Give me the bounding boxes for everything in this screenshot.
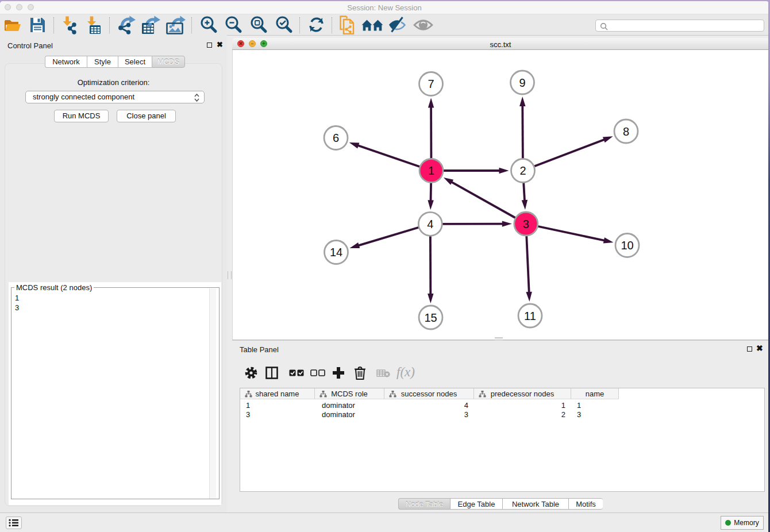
svg-text:14: 14 [330,246,342,259]
svg-text:3: 3 [523,218,529,230]
svg-text:11: 11 [524,310,536,322]
svg-text:1: 1 [428,164,434,177]
svg-text:15: 15 [424,311,437,324]
svg-text:7: 7 [428,78,434,90]
svg-text:10: 10 [621,239,633,252]
svg-text:2: 2 [519,164,526,177]
svg-text:8: 8 [623,125,629,138]
svg-text:4: 4 [427,218,433,230]
svg-text:9: 9 [519,76,525,89]
svg-text:6: 6 [333,132,339,144]
